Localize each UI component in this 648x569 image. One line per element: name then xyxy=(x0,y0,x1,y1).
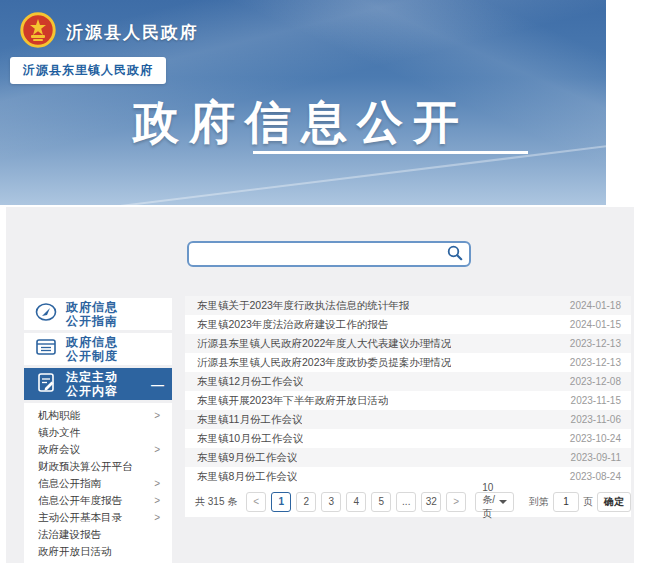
chevron-right-icon: > xyxy=(154,478,160,489)
search-button[interactable] xyxy=(441,243,469,265)
sidebar-item-label: 法定主动 xyxy=(66,370,118,384)
goto-prefix-label: 到第 xyxy=(529,495,549,509)
total-count-label: 共 315 条 xyxy=(195,495,237,509)
page-button-5[interactable]: 5 xyxy=(371,492,391,512)
sidebar-item-label: 公开制度 xyxy=(66,349,118,363)
chevron-right-icon: > xyxy=(154,410,160,421)
chevron-right-icon: > xyxy=(154,512,160,523)
town-site-link[interactable]: 沂源县东里镇人民政府 xyxy=(10,57,166,84)
page-button-4[interactable]: 4 xyxy=(346,492,366,512)
sidebar-item-label: 政府信息 xyxy=(66,300,118,314)
article-title[interactable]: 东里镇关于2023年度行政执法信息的统计年报 xyxy=(197,299,409,313)
submenu-item-label: 主动公开基本目录 xyxy=(38,511,122,525)
submenu-item[interactable]: 法治建设报告 xyxy=(24,526,172,543)
submenu-item-label: 信息公开年度报告 xyxy=(38,494,122,508)
article-list: 东里镇关于2023年度行政执法信息的统计年报 2024-01-18 东里镇202… xyxy=(185,296,631,517)
county-site-title: 沂源县人民政府 xyxy=(66,21,199,44)
list-document-icon xyxy=(34,335,58,363)
page-size-select[interactable]: 10 条/页 xyxy=(475,492,514,512)
chevron-down-icon xyxy=(499,500,507,504)
page-button-32[interactable]: 32 xyxy=(421,492,441,512)
submenu-item-label: 政府开放日活动 xyxy=(38,545,112,559)
article-row[interactable]: 东里镇11月份工作会议 2023-11-06 xyxy=(185,410,631,429)
article-date: 2023-10-24 xyxy=(570,433,621,444)
submenu-item-label: 机构职能 xyxy=(38,409,80,423)
submenu-item[interactable]: 政府会议 > xyxy=(24,441,172,458)
goto-page-input[interactable] xyxy=(553,492,579,512)
chevron-right-icon: > xyxy=(154,495,160,506)
article-date: 2024-01-18 xyxy=(570,300,621,311)
sidebar-submenu: 机构职能 > 镇办文件 政府会议 > 财政预决算公开平台 信息公开指南 > 信息… xyxy=(24,403,172,566)
article-title[interactable]: 东里镇10月份工作会议 xyxy=(197,432,303,446)
page-button-1[interactable]: 1 xyxy=(271,492,291,512)
page-button-3[interactable]: 3 xyxy=(321,492,341,512)
national-emblem-icon xyxy=(20,12,56,52)
submenu-item-label: 财政预决算公开平台 xyxy=(38,460,133,474)
clipboard-edit-icon xyxy=(34,370,58,398)
article-row[interactable]: 东里镇关于2023年度行政执法信息的统计年报 2024-01-18 xyxy=(185,296,631,315)
article-title[interactable]: 东里镇12月份工作会议 xyxy=(197,375,303,389)
article-row[interactable]: 东里镇9月份工作会议 2023-09-11 xyxy=(185,448,631,467)
sidebar-item-disclosure-system[interactable]: 政府信息 公开制度 xyxy=(24,333,172,365)
article-row[interactable]: 沂源县东里镇人民政府2022年度人大代表建议办理情况 2023-12-13 xyxy=(185,334,631,353)
pagination-bar: 共 315 条 < 1 2 3 4 5 ... 32 > 10 条/页 到第 页… xyxy=(185,486,631,517)
article-row[interactable]: 东里镇12月份工作会议 2023-12-08 xyxy=(185,372,631,391)
page-title: 政府信息公开 xyxy=(133,92,469,154)
article-title[interactable]: 东里镇11月份工作会议 xyxy=(197,413,302,427)
sidebar-item-statutory-disclosure[interactable]: 法定主动 公开内容 — xyxy=(24,368,172,400)
page-ellipsis[interactable]: ... xyxy=(396,492,416,512)
goto-suffix-label: 页 xyxy=(583,495,593,509)
page: 沂源县人民政府 沂源县东里镇人民政府 政府信息公开 xyxy=(0,0,648,569)
article-date: 2023-12-08 xyxy=(570,376,621,387)
search-icon xyxy=(447,245,463,264)
article-date: 2023-12-13 xyxy=(570,338,621,349)
article-date: 2023-12-13 xyxy=(570,357,621,368)
sidebar-item-label: 公开内容 xyxy=(66,384,118,398)
sidebar-item-disclosure-guide[interactable]: 政府信息 公开指南 xyxy=(24,298,172,330)
chevron-right-icon: > xyxy=(154,444,160,455)
goto-confirm-button[interactable]: 确定 xyxy=(597,492,631,512)
submenu-item[interactable]: 政府开放日活动 xyxy=(24,543,172,560)
submenu-item-label: 政府会议 xyxy=(38,443,80,457)
article-title[interactable]: 东里镇8月份工作会议 xyxy=(197,470,297,484)
article-title[interactable]: 东里镇9月份工作会议 xyxy=(197,451,297,465)
article-date: 2023-08-24 xyxy=(570,471,621,482)
submenu-item-label: 镇办文件 xyxy=(38,426,80,440)
submenu-item[interactable]: 财政预决算公开平台 xyxy=(24,458,172,475)
search-bar xyxy=(187,241,471,267)
search-input[interactable] xyxy=(189,243,441,265)
article-title[interactable]: 东里镇2023年度法治政府建设工作的报告 xyxy=(197,318,388,332)
sidebar-item-label: 政府信息 xyxy=(66,335,118,349)
article-date: 2024-01-15 xyxy=(570,319,621,330)
article-title[interactable]: 沂源县东里镇人民政府2022年度人大代表建议办理情况 xyxy=(197,337,451,351)
article-date: 2023-11-15 xyxy=(571,395,621,406)
submenu-item[interactable]: 主动公开基本目录 > xyxy=(24,509,172,526)
article-row[interactable]: 东里镇8月份工作会议 2023-08-24 xyxy=(185,467,631,486)
submenu-item-label: 信息公开指南 xyxy=(38,477,101,491)
article-date: 2023-09-11 xyxy=(571,452,621,463)
collapse-minus-icon[interactable]: — xyxy=(151,377,164,392)
submenu-item[interactable]: 信息公开年度报告 > xyxy=(24,492,172,509)
header-banner: 沂源县人民政府 沂源县东里镇人民政府 政府信息公开 xyxy=(0,0,606,205)
article-date: 2023-11-06 xyxy=(571,414,621,425)
sidebar-item-label: 公开指南 xyxy=(66,314,118,328)
prev-page-button[interactable]: < xyxy=(246,492,266,512)
article-row[interactable]: 东里镇开展2023年下半年政府开放日活动 2023-11-15 xyxy=(185,391,631,410)
compass-icon xyxy=(34,300,58,328)
submenu-item-label: 法治建设报告 xyxy=(38,528,101,542)
submenu-item[interactable]: 信息公开指南 > xyxy=(24,475,172,492)
sidebar: 政府信息 公开指南 政府信息 公开制度 xyxy=(24,298,172,566)
article-title[interactable]: 东里镇开展2023年下半年政府开放日活动 xyxy=(197,394,388,408)
next-page-button[interactable]: > xyxy=(446,492,466,512)
submenu-item[interactable]: 机构职能 > xyxy=(24,407,172,424)
page-size-value: 10 条/页 xyxy=(482,482,495,521)
submenu-item[interactable]: 镇办文件 xyxy=(24,424,172,441)
title-underline xyxy=(253,151,528,154)
article-row[interactable]: 沂源县东里镇人民政府2023年度政协委员提案办理情况 2023-12-13 xyxy=(185,353,631,372)
article-title[interactable]: 沂源县东里镇人民政府2023年度政协委员提案办理情况 xyxy=(197,356,451,370)
article-row[interactable]: 东里镇2023年度法治政府建设工作的报告 2024-01-15 xyxy=(185,315,631,334)
article-row[interactable]: 东里镇10月份工作会议 2023-10-24 xyxy=(185,429,631,448)
page-button-2[interactable]: 2 xyxy=(296,492,316,512)
